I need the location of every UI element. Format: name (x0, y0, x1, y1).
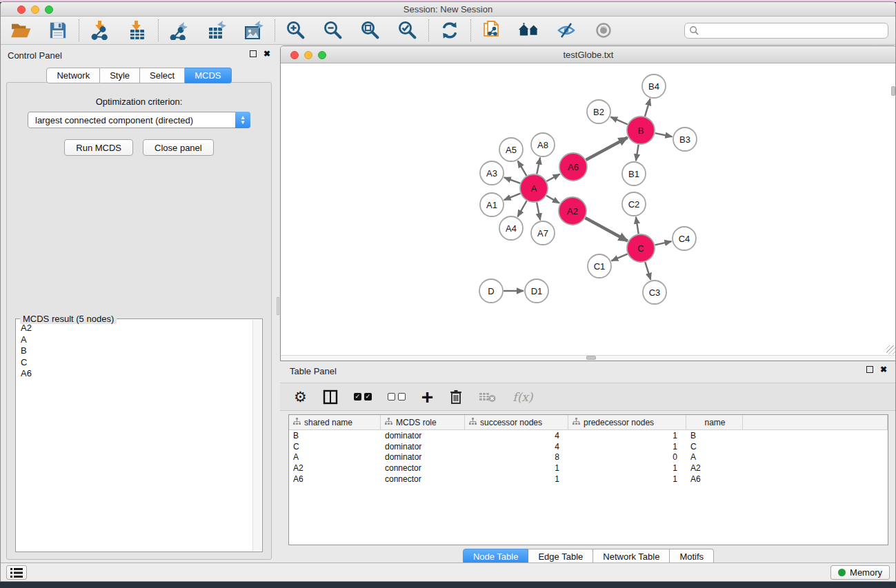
cell[interactable]: 1 (568, 474, 686, 484)
graph-node-B3[interactable]: B3 (673, 128, 697, 151)
network-horizontal-scrollbar[interactable] (281, 355, 896, 361)
edge-A-A2[interactable] (546, 196, 559, 203)
list-item[interactable]: C (21, 357, 252, 369)
network-canvas[interactable]: AA1A2A3A4A5A6A7A8BB1B2B3B4CC1C2C3C4DD1 (281, 64, 896, 361)
edge-A-A4[interactable] (517, 201, 526, 216)
open-session-icon[interactable] (9, 19, 32, 41)
column-header-name[interactable]: name (686, 415, 743, 429)
show-all-icon[interactable] (592, 19, 615, 41)
zoom-selected-icon[interactable] (396, 19, 419, 41)
float-table-panel-icon[interactable] (866, 366, 873, 373)
table-row[interactable]: Adominator80A (289, 452, 888, 463)
split-pane-handle[interactable] (277, 297, 279, 315)
cell[interactable]: B (686, 431, 743, 440)
zoom-fit-icon[interactable] (359, 19, 382, 41)
graph-node-A7[interactable]: A7 (531, 221, 555, 245)
save-session-icon[interactable] (46, 19, 70, 41)
cell[interactable]: A6 (289, 474, 381, 484)
column-layout-icon[interactable] (323, 387, 338, 407)
edge-C-C2[interactable] (636, 217, 639, 234)
resize-grip-icon[interactable] (886, 345, 895, 354)
edge-A-A3[interactable] (504, 177, 520, 183)
run-mcds-button[interactable]: Run MCDS (64, 139, 133, 156)
network-vertical-scrollbar[interactable] (891, 86, 895, 96)
graph-node-A5[interactable]: A5 (499, 138, 523, 161)
tab-select[interactable]: Select (140, 68, 185, 83)
cell[interactable]: 1 (465, 474, 568, 484)
zoom-out-icon[interactable] (321, 19, 345, 41)
import-table-icon[interactable] (126, 19, 149, 41)
edge-A-A7[interactable] (537, 203, 540, 221)
table-row[interactable]: A2connector11A2 (289, 463, 888, 474)
cell[interactable]: dominator (381, 452, 465, 462)
export-network-icon[interactable] (168, 19, 191, 41)
task-history-button[interactable] (6, 565, 27, 580)
column-header-successor-nodes[interactable]: successor nodes (465, 415, 568, 429)
graph-node-C1[interactable]: C1 (588, 254, 611, 278)
settings-icon[interactable]: ⚙ (294, 387, 307, 407)
edge-B-B4[interactable] (645, 99, 650, 116)
column-header-shared-name[interactable]: shared name (289, 415, 381, 429)
refresh-icon[interactable] (438, 19, 461, 41)
graph-node-C3[interactable]: C3 (643, 281, 666, 304)
tab-network[interactable]: Network (46, 68, 100, 83)
delete-column-icon[interactable] (449, 387, 463, 407)
edge-A-A1[interactable] (504, 194, 521, 200)
graph-node-C4[interactable]: C4 (673, 227, 696, 250)
cell[interactable]: B (289, 431, 381, 440)
list-item[interactable]: A6 (21, 368, 252, 380)
table-row[interactable]: Bdominator41B (289, 430, 888, 441)
list-item[interactable]: A (21, 334, 252, 346)
new-network-from-selection-icon[interactable] (480, 19, 504, 41)
graph-node-A6[interactable]: A6 (559, 153, 587, 181)
cell[interactable]: dominator (381, 442, 465, 452)
close-panel-icon[interactable]: ✖ (263, 50, 270, 57)
close-panel-button[interactable]: Close panel (143, 139, 214, 156)
home-icon[interactable] (517, 19, 541, 41)
edge-A6-B[interactable] (586, 137, 627, 160)
graph-node-B4[interactable]: B4 (642, 74, 666, 98)
graph-node-B2[interactable]: B2 (587, 100, 610, 123)
memory-button[interactable]: Memory (830, 565, 890, 580)
select-all-icon[interactable]: ✓✓ (354, 387, 372, 407)
deselect-all-icon[interactable] (388, 387, 406, 407)
edge-A-A6[interactable] (546, 174, 559, 181)
zoom-in-icon[interactable] (284, 19, 308, 41)
cell[interactable]: 1 (568, 442, 686, 452)
tab-mcds[interactable]: MCDS (185, 68, 231, 83)
column-header-MCDS-role[interactable]: MCDS role (381, 415, 465, 429)
mcds-result-scrollbar[interactable] (252, 320, 261, 551)
edge-A-A8[interactable] (537, 158, 540, 174)
graph-node-C2[interactable]: C2 (622, 192, 646, 216)
list-item[interactable]: B (21, 345, 252, 357)
cell[interactable]: A (289, 452, 381, 462)
graph-node-A1[interactable]: A1 (480, 193, 504, 216)
graph-node-B[interactable]: B (627, 116, 655, 144)
graph-node-D1[interactable]: D1 (525, 279, 548, 303)
close-table-panel-icon[interactable]: ✖ (880, 366, 887, 373)
edge-A2-C[interactable] (585, 218, 627, 241)
edge-C-C3[interactable] (645, 262, 650, 280)
criterion-dropdown[interactable]: largest connected component (directed) ▲… (28, 112, 250, 128)
cell[interactable]: 4 (465, 442, 568, 452)
cell[interactable]: connector (381, 474, 465, 484)
hide-selected-icon[interactable] (555, 19, 578, 41)
graph-node-C[interactable]: C (627, 234, 655, 262)
export-table-icon[interactable] (205, 19, 228, 41)
graph-node-A2[interactable]: A2 (559, 197, 586, 225)
add-column-icon[interactable]: + (421, 387, 434, 407)
import-network-icon[interactable] (88, 19, 112, 41)
cell[interactable]: 1 (568, 463, 686, 473)
graph-node-A[interactable]: A (520, 174, 548, 202)
table-row[interactable]: A6connector11A6 (289, 474, 888, 485)
cell[interactable]: connector (381, 463, 465, 473)
cell[interactable]: 4 (465, 431, 568, 440)
export-image-icon[interactable] (242, 19, 266, 41)
cell[interactable]: 1 (465, 463, 568, 473)
graph-node-D[interactable]: D (479, 279, 503, 303)
graph-node-A8[interactable]: A8 (531, 133, 555, 156)
column-header-predecessor-nodes[interactable]: predecessor nodes (568, 415, 686, 429)
cell[interactable]: A (686, 452, 743, 462)
cell[interactable]: C (289, 442, 381, 452)
graph-node-B1[interactable]: B1 (622, 162, 646, 185)
